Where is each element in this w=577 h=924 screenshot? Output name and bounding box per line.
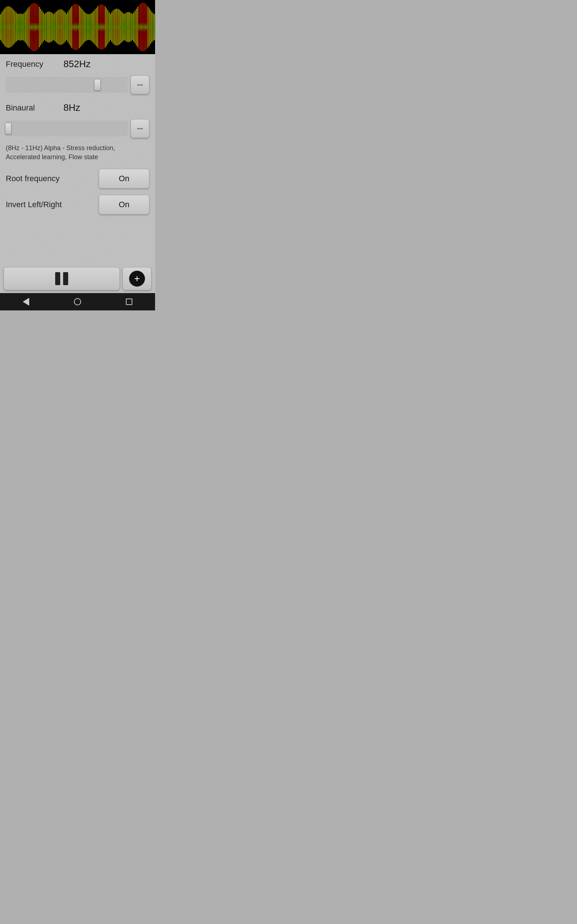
binaural-slider-thumb[interactable] (5, 123, 11, 134)
pause-button[interactable] (3, 267, 120, 290)
recents-button[interactable] (122, 294, 136, 309)
pause-bar-left (55, 272, 60, 285)
root-frequency-label: Root frequency (6, 174, 99, 183)
recents-icon (126, 299, 132, 305)
binaural-slider-row: ··· (0, 119, 155, 138)
binaural-label: Binaural (6, 103, 56, 113)
home-button[interactable] (70, 294, 85, 309)
frequency-slider-track[interactable] (6, 77, 128, 93)
frequency-more-button[interactable]: ··· (131, 76, 149, 94)
bottom-bar: + (0, 263, 155, 293)
frequency-value: 852Hz (63, 58, 90, 69)
navigation-bar (0, 293, 155, 310)
frequency-slider-thumb[interactable] (94, 79, 101, 90)
frequency-slider-row: ··· (0, 76, 155, 94)
waveform-display (0, 0, 155, 54)
pause-bar-right (63, 272, 68, 285)
home-icon (74, 298, 81, 305)
binaural-section: Binaural 8Hz (0, 98, 155, 119)
binaural-slider-track[interactable] (6, 121, 128, 136)
binaural-description: (8Hz - 11Hz) Alpha - Stress reduction, A… (0, 142, 155, 167)
back-button[interactable] (19, 294, 33, 309)
add-icon: + (129, 271, 145, 287)
invert-lr-toggle[interactable]: On (99, 195, 149, 215)
frequency-section: Frequency 852Hz (0, 54, 155, 76)
waveform-canvas (0, 0, 155, 54)
root-frequency-row: Root frequency On (0, 167, 155, 191)
back-icon (23, 298, 29, 306)
binaural-more-button[interactable]: ··· (131, 119, 149, 138)
frequency-label: Frequency (6, 60, 56, 69)
invert-lr-label: Invert Left/Right (6, 200, 99, 209)
binaural-value: 8Hz (63, 102, 80, 113)
root-frequency-toggle[interactable]: On (99, 169, 149, 188)
invert-lr-row: Invert Left/Right On (0, 193, 155, 216)
pause-icon (55, 272, 68, 285)
add-button[interactable]: + (122, 267, 152, 290)
